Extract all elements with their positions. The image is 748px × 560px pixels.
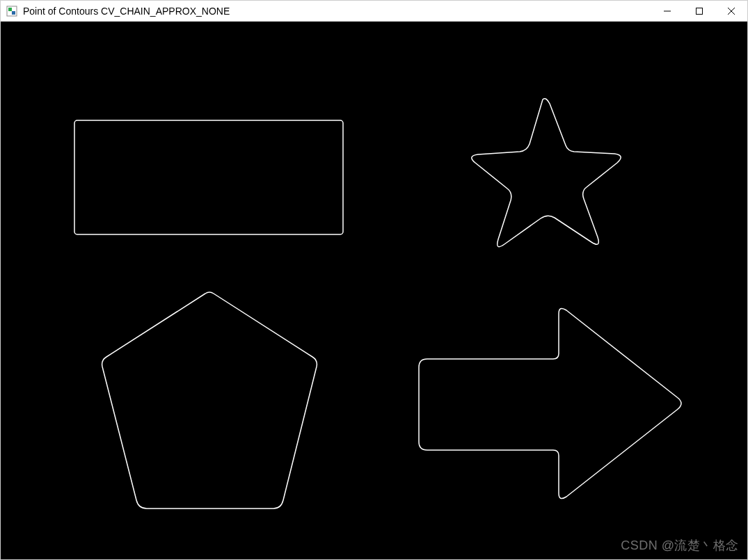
maximize-button[interactable]: [683, 1, 715, 21]
titlebar[interactable]: Point of Contours CV_CHAIN_APPROX_NONE: [1, 1, 747, 22]
star-contour: [472, 99, 621, 247]
window-controls: [651, 1, 747, 21]
svg-rect-2: [12, 11, 15, 15]
image-canvas: CSDN @流楚丶格念: [1, 22, 747, 559]
minimize-button[interactable]: [651, 1, 683, 21]
app-icon: [6, 6, 17, 17]
window-title: Point of Contours CV_CHAIN_APPROX_NONE: [23, 6, 230, 17]
svg-rect-1: [8, 8, 12, 11]
close-button[interactable]: [715, 1, 747, 21]
application-window: Point of Contours CV_CHAIN_APPROX_NONE: [0, 0, 748, 560]
pentagon-contour: [102, 292, 317, 509]
contours-svg: [1, 22, 747, 559]
rectangle-contour: [74, 120, 343, 234]
svg-rect-4: [697, 8, 703, 14]
arrow-contour: [419, 308, 681, 498]
